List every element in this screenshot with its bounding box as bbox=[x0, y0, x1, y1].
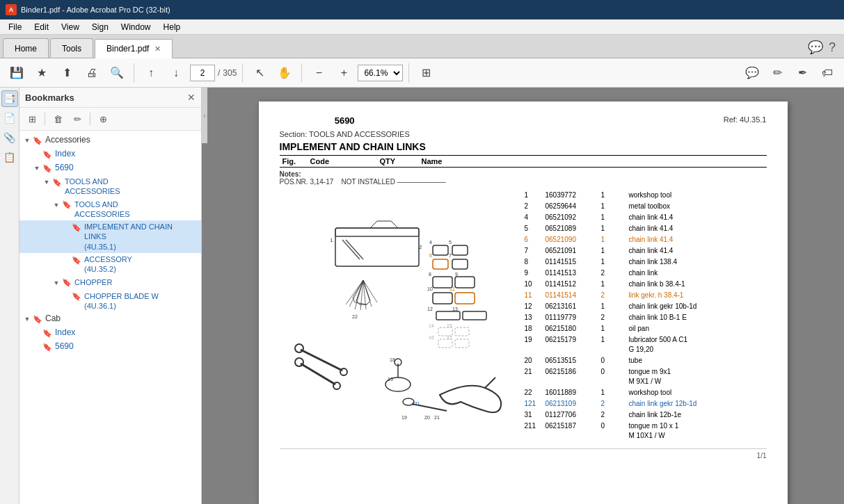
svg-text:16: 16 bbox=[429, 335, 434, 340]
pdf-content-area: 1 2 bbox=[280, 190, 767, 441]
pages-panel-toggle[interactable]: 📄 bbox=[1, 110, 18, 127]
highlight-button[interactable]: ✏ bbox=[766, 62, 788, 84]
tree-item-cab-index[interactable]: ▶ 🔖 Index bbox=[19, 326, 201, 340]
bookmark-icon-5690: 🔖 bbox=[42, 163, 53, 174]
hand-tool-button[interactable]: ✋ bbox=[273, 62, 296, 84]
menu-sign[interactable]: Sign bbox=[86, 21, 114, 33]
panel-resize-handle[interactable]: ‹ bbox=[202, 88, 207, 143]
pen-button[interactable]: ✒ bbox=[791, 62, 813, 84]
menu-view[interactable]: View bbox=[56, 21, 85, 33]
tree-label-chopper-blade: CHOPPER BLADE W(4U.36.1) bbox=[84, 291, 159, 311]
tab-home[interactable]: Home bbox=[3, 38, 49, 58]
table-row-1: 1 16039772 1 workshop tool bbox=[523, 190, 767, 201]
select-tool-button[interactable]: ↖ bbox=[248, 62, 271, 84]
tree-item-chopper[interactable]: ▼ 🔖 CHOPPER bbox=[19, 276, 201, 290]
tab-binder[interactable]: Binder1.pdf ✕ bbox=[95, 39, 173, 58]
menu-edit[interactable]: Edit bbox=[29, 21, 54, 33]
svg-rect-0 bbox=[335, 228, 419, 266]
prev-page-button[interactable]: ↑ bbox=[140, 62, 162, 84]
table-row-11: 11 01141514 2 link gekr. h 38.4-1 bbox=[523, 290, 767, 301]
expand-cab-index: ▶ bbox=[32, 327, 42, 339]
tree-item-accessory[interactable]: ▶ 🔖 ACCESSORY(4U.35.2) bbox=[19, 253, 201, 276]
attachments-panel-toggle[interactable]: 📎 bbox=[1, 129, 18, 146]
zoom-in-button[interactable]: + bbox=[333, 62, 355, 84]
pdf-data-table: 1 16039772 1 workshop tool 2 06259644 1 … bbox=[523, 190, 767, 441]
page-number-input[interactable]: 2 bbox=[190, 65, 215, 81]
expand-tools-acc-1[interactable]: ▼ bbox=[42, 177, 51, 188]
table-row-2: 2 06259644 1 metal toolbox bbox=[523, 201, 767, 212]
app-icon: A bbox=[6, 4, 17, 15]
bookmark-icon-chopper: 🔖 bbox=[61, 277, 72, 288]
table-row-19: 19 06215179 1 lubricator 500 A C1G 19,20 bbox=[523, 334, 767, 355]
star-button[interactable]: ★ bbox=[31, 62, 53, 84]
svg-text:121: 121 bbox=[412, 401, 420, 406]
tree-item-accessories[interactable]: ▼ 🔖 Accessories bbox=[19, 133, 201, 147]
svg-rect-41 bbox=[455, 339, 469, 348]
pdf-table-header: Fig. Code QTY Name bbox=[280, 155, 767, 168]
svg-rect-1 bbox=[335, 228, 419, 236]
print-button[interactable]: 🖨 bbox=[81, 62, 103, 84]
tree-item-tools-acc-1[interactable]: ▼ 🔖 TOOLS ANDACCESSORIES bbox=[19, 175, 201, 198]
tab-close-button[interactable]: ✕ bbox=[154, 44, 161, 54]
svg-rect-20 bbox=[433, 259, 448, 269]
expand-tools-acc-2[interactable]: ▼ bbox=[51, 200, 61, 211]
pdf-main-title: IMPLEMENT AND CHAIN LINKS bbox=[280, 141, 767, 152]
table-row-20: 20 06513515 0 tube bbox=[523, 355, 767, 366]
zoom-out-button[interactable]: − bbox=[308, 62, 330, 84]
tree-label-cab: Cab bbox=[45, 314, 61, 325]
tree-label-tools-acc-1: TOOLS ANDACCESSORIES bbox=[65, 177, 120, 197]
tree-label-5690: 5690 bbox=[55, 163, 74, 174]
search-button[interactable]: 🔍 bbox=[106, 62, 128, 84]
expand-accessories[interactable]: ▼ bbox=[22, 135, 32, 146]
tree-item-cab[interactable]: ▼ 🔖 Cab bbox=[19, 312, 201, 326]
next-page-button[interactable]: ↓ bbox=[165, 62, 187, 84]
title-bar: A Binder1.pdf - Adobe Acrobat Pro DC (32… bbox=[0, 0, 844, 19]
tree-item-cab-5690[interactable]: ▶ 🔖 5690 bbox=[19, 340, 201, 354]
expand-cab[interactable]: ▼ bbox=[22, 314, 32, 325]
new-bookmark-button[interactable]: ⊞ bbox=[24, 111, 40, 127]
tree-item-index[interactable]: ▶ 🔖 Index bbox=[19, 147, 201, 161]
svg-line-5 bbox=[391, 221, 398, 228]
help-icon[interactable]: ? bbox=[829, 40, 836, 55]
expand-chopper-blade: ▶ bbox=[61, 291, 71, 302]
table-row-12: 12 06213161 1 chain link gekr 10b-1d bbox=[523, 301, 767, 312]
tree-label-chopper: CHOPPER bbox=[74, 277, 112, 287]
tree-item-implement[interactable]: ▶ 🔖 IMPLEMENT AND CHAINLINKS(4U.35.1) bbox=[19, 220, 201, 253]
table-row-5: 5 06521089 1 chain link 41.4 bbox=[523, 223, 767, 234]
svg-text:15: 15 bbox=[447, 323, 452, 328]
tree-label-accessory: ACCESSORY(4U.35.2) bbox=[84, 254, 132, 275]
svg-line-49 bbox=[301, 364, 335, 384]
menu-file[interactable]: File bbox=[3, 21, 27, 33]
tree-item-5690[interactable]: ▼ 🔖 5690 bbox=[19, 161, 201, 175]
fit-page-button[interactable]: ⊞ bbox=[415, 62, 437, 84]
expand-chopper[interactable]: ▼ bbox=[51, 277, 61, 288]
layers-panel-toggle[interactable]: 📋 bbox=[1, 149, 18, 165]
stamp-button[interactable]: 🏷 bbox=[816, 62, 838, 84]
delete-bookmark-button[interactable]: 🗑 bbox=[49, 111, 66, 127]
tree-item-tools-acc-2[interactable]: ▼ 🔖 TOOLS ANDACCESSORIES bbox=[19, 198, 201, 221]
chat-icon[interactable]: 💬 bbox=[808, 40, 823, 55]
pdf-diagram: 1 2 bbox=[280, 190, 516, 440]
menu-help[interactable]: Help bbox=[158, 21, 186, 33]
bookmarks-close-button[interactable]: ✕ bbox=[187, 92, 196, 103]
menu-window[interactable]: Window bbox=[116, 21, 157, 33]
svg-point-47 bbox=[295, 344, 303, 352]
tree-item-chopper-blade[interactable]: ▶ 🔖 CHOPPER BLADE W(4U.36.1) bbox=[19, 290, 201, 313]
menu-bar: File Edit View Sign Window Help bbox=[0, 19, 844, 35]
bookmark-options-button[interactable]: ⊕ bbox=[95, 111, 111, 127]
bookmark-icon-cab-index: 🔖 bbox=[42, 327, 53, 339]
rename-bookmark-button[interactable]: ✏ bbox=[69, 111, 86, 127]
comment-button[interactable]: 💬 bbox=[741, 62, 763, 84]
zoom-select[interactable]: 66.1% 50% 75% 100% 125% bbox=[358, 65, 403, 81]
table-row-8: 8 01141515 1 chain link 138.4 bbox=[523, 257, 767, 268]
pdf-viewer[interactable]: ‹ 5690 Section: TOOLS AND ACCESSORIES Re… bbox=[202, 88, 844, 504]
svg-text:2: 2 bbox=[419, 244, 422, 250]
save-button[interactable]: 💾 bbox=[6, 62, 28, 84]
table-row-18: 18 06215180 1 oil pan bbox=[523, 323, 767, 334]
tab-tools[interactable]: Tools bbox=[50, 38, 93, 58]
col-qty: QTY bbox=[377, 157, 419, 165]
bookmarks-panel-toggle[interactable]: 📑 bbox=[1, 90, 18, 107]
expand-5690[interactable]: ▼ bbox=[32, 163, 42, 174]
col-fig: Fig. bbox=[280, 157, 308, 165]
upload-button[interactable]: ⬆ bbox=[56, 62, 78, 84]
